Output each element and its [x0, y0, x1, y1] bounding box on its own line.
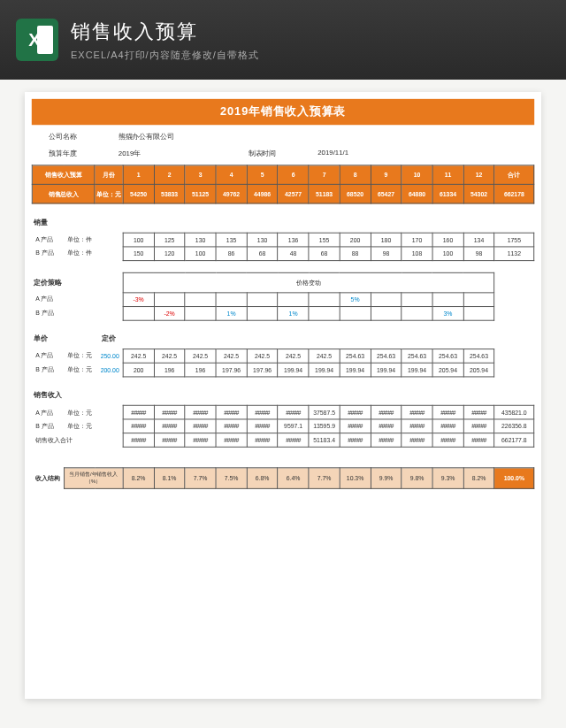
- revenue-sum-row: 销售收入合计 ##############################511…: [32, 433, 533, 448]
- maker-value: 2019/11/1: [317, 147, 439, 160]
- pricing-b-row: B 产品 -2%1%1%3%: [32, 306, 533, 320]
- col-budget: 销售收入预算: [32, 165, 95, 185]
- page-header: X 销售收入预算 EXCEL/A4打印/内容随意修改/自带格式: [0, 0, 566, 80]
- doc-info: 公司名称 熊猫办公有限公司 预算年度 2019年 制表时间 2019/11/1: [32, 125, 534, 165]
- pricing-a-row: A 产品 -3%5%: [32, 292, 533, 306]
- revenue-b-row: B 产品单位：元 #########################9597.1…: [32, 419, 533, 433]
- budget-table: 销售收入预算 月份 123456789101112 合计 销售总收入 单位：元 …: [32, 165, 534, 489]
- excel-icon-letter: X: [28, 30, 40, 50]
- sales-b-row: B 产品单位：件 15012010086684868889810810098 1…: [32, 246, 533, 260]
- col-total: 合计: [494, 165, 534, 185]
- total-income-row: 销售总收入 单位：元 54250538335112549762449864257…: [32, 184, 533, 203]
- unitprice-a-row: A 产品单位：元250.00 242.5242.5242.5242.5242.5…: [32, 349, 533, 363]
- page-subtitle: EXCEL/A4打印/内容随意修改/自带格式: [71, 49, 259, 62]
- company-label: 公司名称: [49, 130, 110, 143]
- maker-label: 制表时间: [249, 147, 310, 160]
- revenue-a-row: A 产品单位：元 ##############################3…: [32, 405, 533, 419]
- col-month: 月份: [95, 165, 123, 185]
- header-text: 销售收入预算 EXCEL/A4打印/内容随意修改/自带格式: [71, 19, 259, 62]
- header-row: 销售收入预算 月份 123456789101112 合计: [32, 165, 533, 185]
- year-value: 2019年: [119, 147, 240, 160]
- page-title: 销售收入预算: [71, 19, 259, 45]
- company-value: 熊猫办公有限公司: [119, 130, 240, 143]
- section-sales: 销量: [32, 212, 533, 233]
- section-unitprice: 单价: [32, 329, 95, 349]
- year-label: 预算年度: [49, 147, 110, 160]
- sales-a-row: A 产品单位：件 1001251301351301361552001801701…: [32, 233, 533, 247]
- excel-icon: X: [16, 19, 58, 61]
- doc-title: 2019年销售收入预算表: [32, 99, 534, 125]
- unitprice-b-row: B 产品单位：元200.00 200196196197.96197.96199.…: [32, 363, 533, 377]
- section-revenue: 销售收入: [32, 385, 533, 405]
- document-preview: 2019年销售收入预算表 公司名称 熊猫办公有限公司 预算年度 2019年 制表…: [25, 92, 541, 699]
- structure-row: 收入结构 当月销售/年销售收入（%） 8.2%8.1%7.7%7.5%6.8%6…: [32, 468, 533, 489]
- section-pricing: 定价策略: [32, 272, 123, 293]
